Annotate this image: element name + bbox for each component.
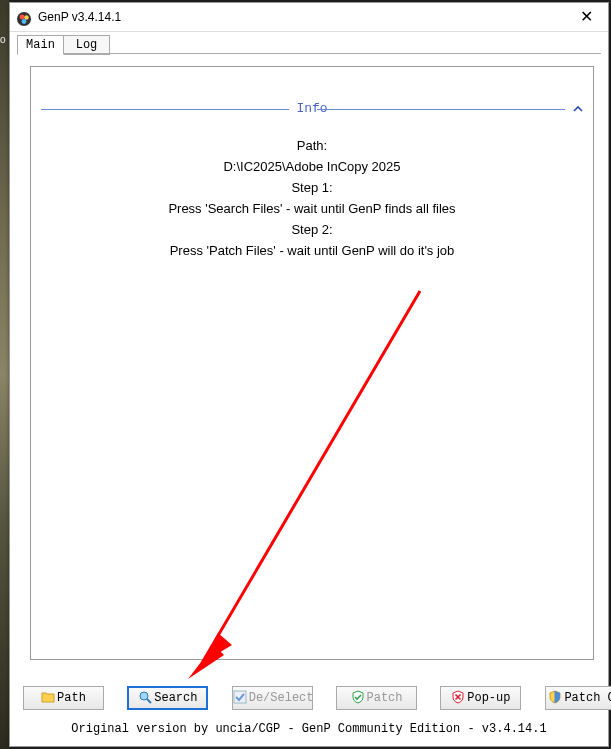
title-bar: GenP v3.4.14.1 ✕ (10, 3, 608, 32)
search-icon (138, 690, 152, 704)
close-icon: ✕ (580, 8, 593, 25)
popup-button[interactable]: Pop-up (440, 686, 521, 710)
tab-strip: MainLog (17, 35, 109, 55)
desktop-edge: o (0, 0, 9, 749)
svg-point-3 (22, 19, 27, 24)
footer-text: Original version by uncia/CGP - GenP Com… (10, 722, 608, 736)
step1-label: Step 1: (31, 177, 593, 198)
app-icon (16, 9, 32, 25)
shield-x-icon (451, 690, 465, 704)
tab-main[interactable]: Main (17, 35, 64, 55)
info-body: Path: D:\IC2025\Adobe InCopy 2025 Step 1… (31, 135, 593, 261)
search-button[interactable]: Search (127, 686, 208, 710)
chevron-up-icon (573, 104, 583, 114)
patch-button[interactable]: Patch (336, 686, 417, 710)
close-button[interactable]: ✕ (564, 3, 608, 31)
info-header-row: Info (41, 101, 583, 117)
svg-rect-9 (234, 691, 246, 703)
tab-log[interactable]: Log (63, 35, 110, 55)
button-bar: Path Search De/Select Patch Pop-up Patch… (23, 686, 595, 710)
path-value: D:\IC2025\Adobe InCopy 2025 (31, 156, 593, 177)
patchcc-button[interactable]: Patch CC (545, 686, 611, 710)
tab-underline (17, 53, 601, 54)
app-window: GenP v3.4.14.1 ✕ MainLog Info Path: D:\I… (9, 2, 609, 747)
folder-icon (41, 690, 55, 704)
shield-check-icon (351, 690, 365, 704)
deselect-button[interactable]: De/Select (232, 686, 313, 710)
collapse-toggle[interactable] (573, 104, 583, 114)
shield-icon (548, 690, 562, 704)
svg-point-1 (20, 15, 25, 20)
step1-text: Press 'Search Files' - wait until GenP f… (31, 198, 593, 219)
svg-point-2 (24, 15, 28, 19)
checkbox-icon (233, 690, 247, 704)
svg-line-8 (147, 699, 151, 703)
step2-label: Step 2: (31, 219, 593, 240)
path-button[interactable]: Path (23, 686, 104, 710)
path-label: Path: (31, 135, 593, 156)
main-panel: Info Path: D:\IC2025\Adobe InCopy 2025 S… (30, 66, 594, 660)
window-title: GenP v3.4.14.1 (38, 3, 121, 31)
svg-point-7 (140, 692, 148, 700)
info-divider-right (317, 109, 565, 110)
step2-text: Press 'Patch Files' - wait until GenP wi… (31, 240, 593, 261)
